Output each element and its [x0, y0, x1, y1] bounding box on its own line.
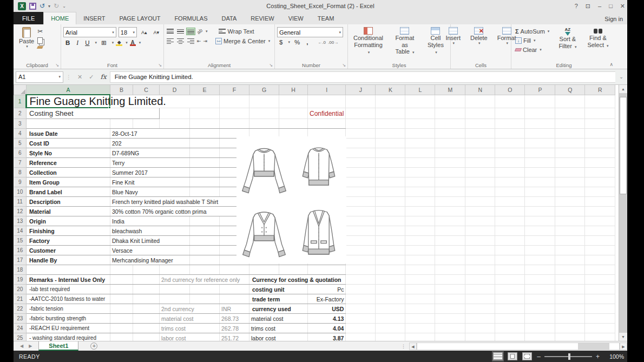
cell-P12[interactable] [525, 207, 555, 216]
cell-N16[interactable] [465, 246, 495, 255]
cell-A21[interactable]: -AATCC-2010 fastness to water [27, 294, 110, 304]
cell-Q16[interactable] [555, 246, 585, 255]
cell-K22[interactable] [376, 304, 405, 314]
cell-L18[interactable] [405, 265, 435, 275]
undo-dropdown-icon[interactable]: ▾ [48, 4, 50, 9]
new-sheet-icon[interactable]: + [90, 343, 97, 350]
cell-O16[interactable] [495, 246, 525, 255]
fill-button[interactable]: ↓ Fill▾ [514, 36, 551, 45]
cell-C21[interactable] [133, 294, 160, 304]
cell-D22[interactable]: 2nd currency [160, 304, 220, 314]
cell-L5[interactable] [405, 139, 435, 148]
cell-B3[interactable] [110, 119, 133, 129]
cell-D24[interactable]: trims cost [160, 324, 220, 333]
cell-R8[interactable] [585, 168, 615, 177]
row-header-7[interactable]: 7 [14, 158, 27, 168]
cell-N20[interactable] [465, 285, 495, 294]
cell-K1[interactable] [376, 95, 405, 108]
cell-R11[interactable] [585, 197, 615, 207]
cell-R22[interactable] [585, 304, 615, 314]
cell-K17[interactable] [376, 255, 405, 265]
cut-icon[interactable]: ✂ [37, 28, 44, 35]
cell-J15[interactable] [346, 236, 376, 246]
accounting-format-icon[interactable]: $ [277, 38, 285, 46]
cell-N6[interactable] [465, 148, 495, 158]
cell-A19[interactable]: Remarks - Internal Use Only [27, 275, 110, 285]
increase-indent-icon[interactable]: ⇥ [203, 38, 208, 44]
insert-cells-button[interactable]: Insert ▾ [442, 26, 464, 61]
cell-K14[interactable] [376, 226, 405, 236]
cell-A9[interactable]: Item Group [27, 177, 110, 187]
cell-Q3[interactable] [555, 119, 585, 129]
column-header-I[interactable]: I [308, 85, 346, 95]
cell-A24[interactable]: -REACH EU requirement [27, 324, 110, 333]
cell-L11[interactable] [405, 197, 435, 207]
cell-B17[interactable]: Merhcandising Manager [110, 255, 190, 265]
cell-K25[interactable] [376, 333, 405, 341]
cell-B4[interactable]: 28-Oct-17 [110, 129, 190, 139]
row-header-14[interactable]: 14 [14, 226, 27, 236]
cell-J16[interactable] [346, 246, 376, 255]
row-header-11[interactable]: 11 [14, 197, 27, 207]
cell-P21[interactable] [525, 294, 555, 304]
cell-N9[interactable] [465, 177, 495, 187]
restore-icon[interactable]: □ [609, 3, 613, 9]
format-as-table-button[interactable]: Format asTable ▾ [390, 26, 420, 61]
row-header-3[interactable]: 3 [14, 119, 27, 129]
cell-F2[interactable] [220, 108, 249, 119]
wrap-text-button[interactable]: Wrap Text [216, 27, 256, 36]
cell-O12[interactable] [495, 207, 525, 216]
cell-J21[interactable] [346, 294, 376, 304]
cell-L21[interactable] [405, 294, 435, 304]
cell-Q17[interactable] [555, 255, 585, 265]
cell-R21[interactable] [585, 294, 615, 304]
cell-O5[interactable] [495, 139, 525, 148]
cell-I25[interactable]: 3.87 [308, 333, 346, 341]
cell-H3[interactable] [279, 119, 308, 129]
zoom-out-icon[interactable]: – [537, 353, 541, 360]
scroll-right-icon[interactable]: ▶ [620, 343, 627, 350]
cell-L7[interactable] [405, 158, 435, 168]
cell-F25[interactable]: 251.72 [220, 333, 249, 341]
cell-B5[interactable]: 202 [110, 139, 190, 148]
cell-G20[interactable]: costing unit [249, 285, 308, 294]
cell-N2[interactable] [465, 108, 495, 119]
sign-in-link[interactable]: Sign in [604, 16, 623, 22]
accounting-dropdown-icon[interactable]: ▾ [288, 40, 290, 44]
cell-Q5[interactable] [555, 139, 585, 148]
cell-A7[interactable]: Reference [27, 158, 110, 168]
row-header-22[interactable]: 22 [14, 304, 27, 314]
cell-M3[interactable] [435, 119, 465, 129]
cell-E9[interactable] [190, 177, 220, 187]
cell-R19[interactable] [585, 275, 615, 285]
cell-E4[interactable] [190, 129, 220, 139]
row-header-17[interactable]: 17 [14, 255, 27, 265]
cancel-icon[interactable]: ✕ [74, 74, 86, 81]
cell-P11[interactable] [525, 197, 555, 207]
cell-O9[interactable] [495, 177, 525, 187]
horizontal-scrollbar-thumb[interactable] [578, 343, 609, 350]
cell-L13[interactable] [405, 216, 435, 226]
cell-A4[interactable]: Issue Date [27, 129, 110, 139]
cell-J3[interactable] [346, 119, 376, 129]
cell-P2[interactable] [525, 108, 555, 119]
cell-F3[interactable] [220, 119, 249, 129]
cell-R17[interactable] [585, 255, 615, 265]
cell-B20[interactable] [110, 285, 133, 294]
column-header-C[interactable]: C [133, 85, 160, 95]
cell-N11[interactable] [465, 197, 495, 207]
vertical-scrollbar[interactable]: ▲ ▼ [619, 85, 627, 341]
cell-O3[interactable] [495, 119, 525, 129]
cell-J12[interactable] [346, 207, 376, 216]
cell-F23[interactable]: 268.73 [220, 314, 249, 324]
column-header-L[interactable]: L [405, 85, 435, 95]
align-left-icon[interactable] [166, 38, 174, 44]
increase-decimal-icon[interactable]: ←.0 [318, 40, 326, 45]
cell-Q13[interactable] [555, 216, 585, 226]
cell-C22[interactable] [133, 304, 160, 314]
cell-L10[interactable] [405, 187, 435, 197]
cell-A15[interactable]: Factory [27, 236, 110, 246]
cell-M25[interactable] [435, 333, 465, 341]
cell-O15[interactable] [495, 236, 525, 246]
cell-E5[interactable] [190, 139, 220, 148]
